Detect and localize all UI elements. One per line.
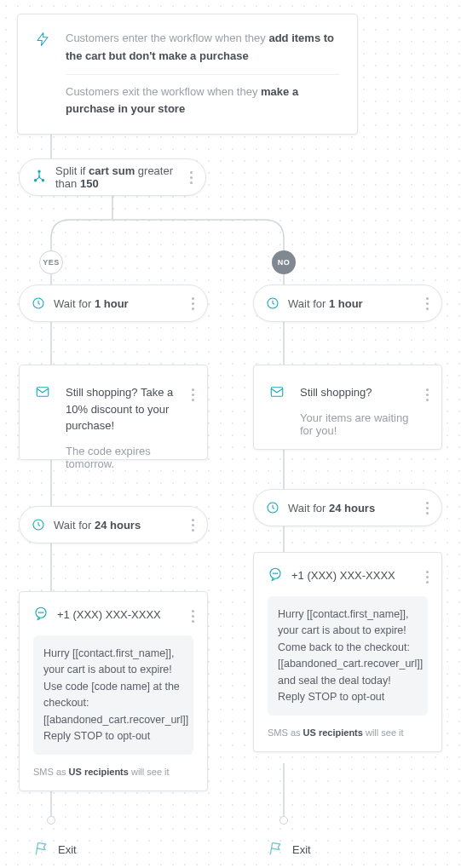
- no-wait-24h-node[interactable]: Wait for 24 hours: [253, 489, 442, 526]
- no-sms-from: +1 (XXX) XXX-XXXX: [291, 569, 395, 582]
- trigger-bolt-icon: [35, 32, 50, 49]
- no-wait-1h-menu-button[interactable]: [421, 293, 433, 313]
- no-email-subject: Still shopping?: [300, 384, 416, 401]
- clock-icon: [32, 518, 45, 532]
- yes-wait-1h-menu-button[interactable]: [187, 293, 199, 313]
- no-sms-node[interactable]: +1 (XXX) XXX-XXXX Hurry [[contact.first_…: [253, 552, 442, 752]
- sms-icon: [268, 566, 283, 584]
- clock-icon: [32, 296, 45, 310]
- svg-rect-18: [37, 388, 49, 397]
- svg-point-28: [275, 573, 276, 574]
- split-text: Split if cart sum greater than 150: [55, 164, 175, 190]
- split-icon: [32, 170, 47, 185]
- yes-sms-node[interactable]: +1 (XXX) XXX-XXXX Hurry [[contact.first_…: [19, 591, 208, 791]
- svg-point-27: [273, 573, 274, 574]
- no-exit-label: Exit: [292, 843, 311, 856]
- exit-flag-icon: [32, 840, 49, 859]
- no-sms-body: Hurry [[contact.first_name]], your cart …: [268, 596, 428, 716]
- trigger-exit-text: Customers exit the workflow when they ma…: [66, 83, 340, 119]
- clock-icon: [266, 501, 279, 514]
- email-icon: [35, 384, 50, 400]
- sms-icon: [33, 606, 49, 624]
- trigger-divider: [66, 74, 340, 75]
- exit-flag-icon: [267, 840, 284, 859]
- no-email-body: Your items are waiting for you!: [300, 411, 416, 437]
- email-icon: [269, 384, 285, 400]
- no-end-connector: [279, 816, 288, 825]
- yes-sms-body: Hurry [[contact.first_name]], your cart …: [33, 635, 193, 755]
- yes-end-connector: [47, 816, 55, 825]
- trigger-card[interactable]: Customers enter the workflow when they a…: [17, 14, 358, 135]
- yes-exit-label: Exit: [58, 843, 77, 856]
- branch-yes-badge: YES: [39, 250, 63, 274]
- split-menu-button[interactable]: [185, 167, 197, 187]
- svg-point-23: [38, 612, 39, 613]
- svg-point-29: [277, 573, 278, 574]
- yes-email-node[interactable]: Still shopping? Take a 10% discount to y…: [19, 365, 208, 460]
- no-wait-1h-node[interactable]: Wait for 1 hour: [253, 285, 442, 322]
- no-email-menu-button[interactable]: [421, 384, 433, 405]
- no-sms-note: SMS as US recipients will see it: [268, 727, 428, 738]
- no-wait-24h-menu-button[interactable]: [421, 497, 433, 518]
- yes-exit-node[interactable]: Exit: [32, 840, 77, 859]
- svg-point-25: [43, 612, 43, 613]
- svg-point-15: [42, 180, 43, 181]
- yes-wait-1h-text: Wait for 1 hour: [54, 297, 129, 310]
- clock-icon: [266, 296, 279, 310]
- yes-wait-24h-node[interactable]: Wait for 24 hours: [19, 506, 208, 543]
- yes-email-body: The code expires tomorrow.: [66, 445, 182, 470]
- yes-email-subject: Still shopping? Take a 10% discount to y…: [66, 384, 182, 434]
- svg-point-24: [41, 612, 42, 613]
- trigger-enter-text: Customers enter the workflow when they a…: [66, 30, 340, 66]
- no-wait-1h-text: Wait for 1 hour: [288, 297, 363, 310]
- yes-email-menu-button[interactable]: [187, 384, 199, 405]
- yes-sms-from: +1 (XXX) XXX-XXXX: [57, 608, 161, 621]
- svg-point-14: [34, 180, 36, 181]
- yes-wait-24h-menu-button[interactable]: [187, 514, 199, 535]
- branch-no-badge: NO: [272, 250, 296, 274]
- no-email-node[interactable]: Still shopping? Your items are waiting f…: [253, 365, 442, 450]
- yes-wait-1h-node[interactable]: Wait for 1 hour: [19, 285, 208, 322]
- no-sms-menu-button[interactable]: [421, 566, 433, 587]
- yes-wait-24h-text: Wait for 24 hours: [54, 519, 141, 532]
- yes-sms-note: SMS as US recipients will see it: [33, 767, 193, 777]
- no-exit-node[interactable]: Exit: [267, 840, 311, 859]
- yes-sms-menu-button[interactable]: [187, 606, 199, 626]
- svg-point-13: [38, 170, 40, 172]
- no-wait-24h-text: Wait for 24 hours: [288, 502, 375, 514]
- svg-rect-19: [271, 388, 283, 397]
- split-node[interactable]: Split if cart sum greater than 150: [19, 158, 206, 196]
